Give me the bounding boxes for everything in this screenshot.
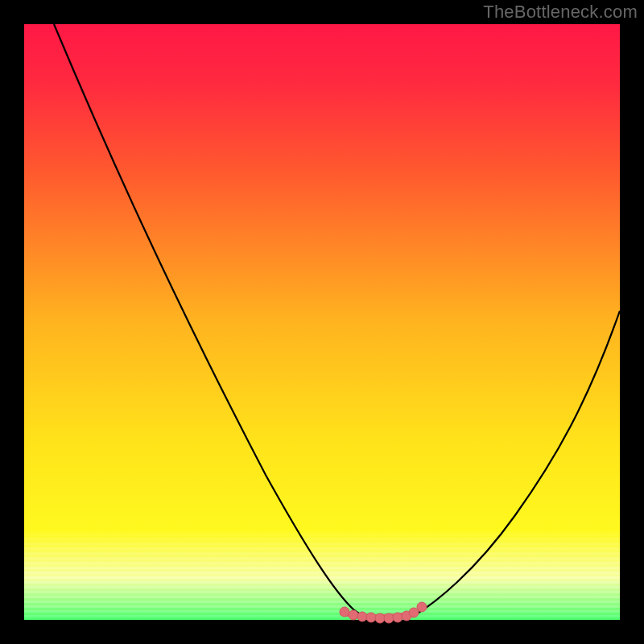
svg-point-9 (417, 602, 427, 612)
svg-point-3 (366, 613, 376, 622)
plot-area (24, 24, 620, 620)
chart-frame: TheBottleneck.com (0, 0, 644, 644)
svg-point-0 (340, 607, 349, 617)
svg-point-4 (375, 613, 385, 623)
left-branch-curve (54, 24, 364, 617)
curve-layer (24, 24, 620, 620)
svg-point-6 (393, 613, 402, 622)
right-branch-curve (412, 311, 620, 617)
watermark-text: TheBottleneck.com (483, 2, 638, 23)
svg-point-5 (384, 613, 394, 623)
svg-point-1 (349, 610, 358, 620)
valley-markers (340, 602, 427, 623)
svg-point-2 (357, 612, 367, 621)
